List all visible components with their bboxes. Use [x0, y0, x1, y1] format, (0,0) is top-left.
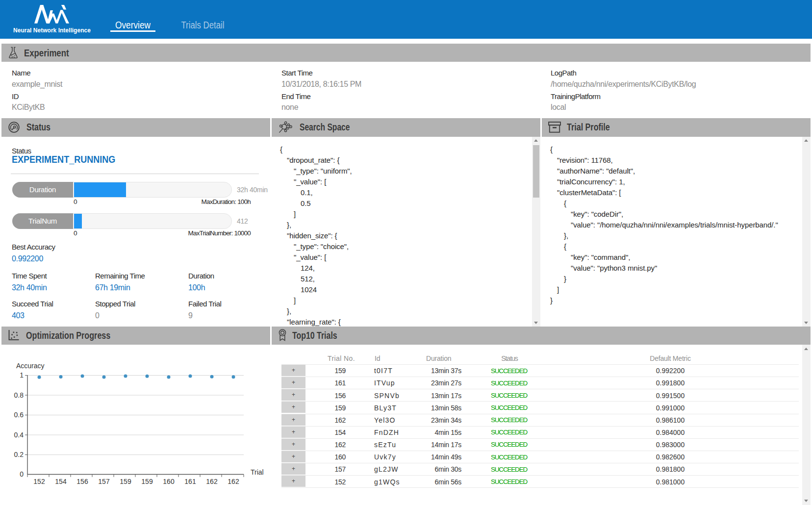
svg-text:162: 162 — [206, 477, 218, 485]
svg-text:0.8: 0.8 — [14, 391, 24, 399]
svg-text:0.4: 0.4 — [14, 430, 24, 438]
svg-text:0: 0 — [20, 470, 24, 478]
svg-text:154: 154 — [55, 477, 67, 485]
svg-text:156: 156 — [76, 477, 88, 485]
svg-text:Accuracy: Accuracy — [16, 362, 45, 370]
svg-text:161: 161 — [184, 477, 196, 485]
svg-text:0.6: 0.6 — [14, 411, 24, 419]
svg-text:157: 157 — [98, 477, 110, 485]
svg-text:159: 159 — [141, 477, 153, 485]
svg-text:0.2: 0.2 — [14, 451, 24, 458]
svg-text:1: 1 — [20, 371, 24, 379]
svg-text:162: 162 — [228, 477, 239, 485]
svg-text:152: 152 — [33, 477, 45, 485]
svg-text:159: 159 — [120, 477, 131, 485]
svg-text:160: 160 — [163, 477, 175, 485]
svg-text:Trial: Trial — [251, 468, 264, 476]
